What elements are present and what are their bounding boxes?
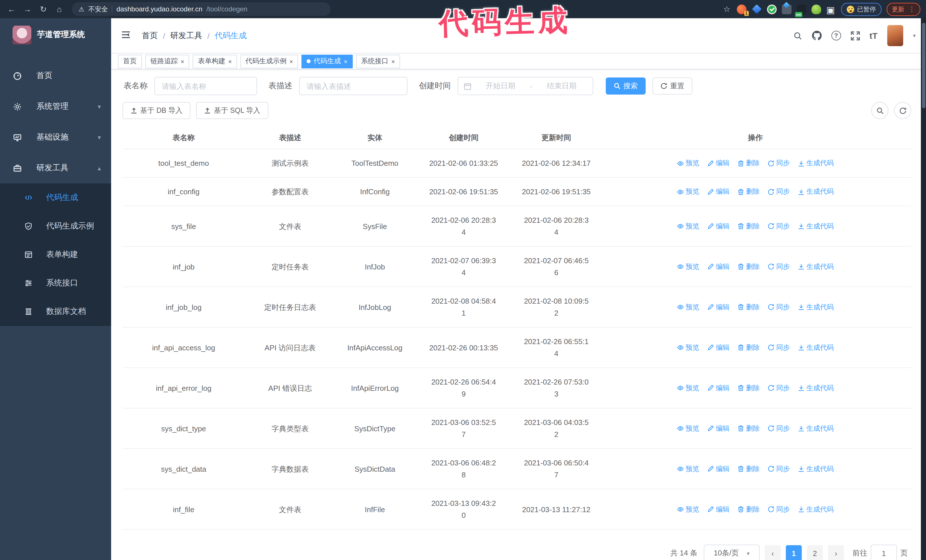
- preview-link[interactable]: 预览: [677, 261, 699, 273]
- browser-menu-icon[interactable]: ⋮: [908, 5, 915, 13]
- preview-link[interactable]: 预览: [677, 220, 699, 232]
- delete-link[interactable]: 删除: [737, 382, 760, 394]
- help-icon[interactable]: ?: [831, 31, 841, 41]
- preview-link[interactable]: 预览: [677, 382, 699, 394]
- edit-link[interactable]: 编辑: [707, 463, 729, 475]
- preview-link[interactable]: 预览: [677, 186, 699, 198]
- tag-close-icon[interactable]: ×: [344, 58, 348, 65]
- tag-close-icon[interactable]: ×: [289, 58, 293, 65]
- sidebar-item-home[interactable]: 首页: [0, 60, 111, 91]
- user-avatar[interactable]: [887, 25, 903, 46]
- breadcrumb-home[interactable]: 首页: [142, 30, 158, 41]
- generate-code-link[interactable]: 生成代码: [798, 503, 834, 515]
- extension-green-icon[interactable]: [811, 4, 821, 14]
- generate-code-link[interactable]: 生成代码: [798, 261, 834, 273]
- table-desc-input[interactable]: [306, 81, 401, 91]
- edit-link[interactable]: 编辑: [707, 341, 729, 353]
- browser-reload-icon[interactable]: ↻: [38, 0, 49, 18]
- table-name-input[interactable]: [161, 81, 251, 91]
- tag-item[interactable]: 代码生成示例 ×: [241, 54, 298, 68]
- toggle-search-button[interactable]: [871, 102, 888, 119]
- delete-link[interactable]: 删除: [737, 463, 760, 475]
- generate-code-link[interactable]: 生成代码: [798, 301, 834, 313]
- extension-check-icon[interactable]: [767, 4, 777, 14]
- edit-link[interactable]: 编辑: [707, 261, 729, 273]
- preview-link[interactable]: 预览: [677, 463, 699, 475]
- sync-link[interactable]: 同步: [767, 463, 790, 475]
- tag-close-icon[interactable]: ×: [228, 58, 232, 65]
- sync-link[interactable]: 同步: [767, 220, 790, 232]
- browser-home-icon[interactable]: ⌂: [54, 0, 65, 18]
- delete-link[interactable]: 删除: [737, 301, 760, 313]
- page-button-2[interactable]: 2: [807, 545, 823, 560]
- edit-link[interactable]: 编辑: [707, 423, 729, 435]
- generate-code-link[interactable]: 生成代码: [798, 463, 834, 475]
- tag-item[interactable]: 表单构建 ×: [193, 54, 237, 68]
- edit-link[interactable]: 编辑: [707, 382, 729, 394]
- app-logo-row[interactable]: 芋道管理系统: [0, 18, 111, 51]
- edit-link[interactable]: 编辑: [707, 157, 729, 169]
- tag-item[interactable]: 首页: [118, 54, 142, 68]
- sync-link[interactable]: 同步: [767, 341, 790, 353]
- delete-link[interactable]: 删除: [737, 186, 760, 198]
- address-bar[interactable]: ⚠ 不安全 dashboard.yudao.iocoder.cn/tool/co…: [72, 2, 330, 16]
- delete-link[interactable]: 删除: [737, 503, 760, 515]
- edit-link[interactable]: 编辑: [707, 301, 729, 313]
- sync-link[interactable]: 同步: [767, 382, 790, 394]
- preview-link[interactable]: 预览: [677, 423, 699, 435]
- delete-link[interactable]: 删除: [737, 423, 760, 435]
- avatar-caret-icon[interactable]: ▾: [913, 32, 916, 39]
- generate-code-link[interactable]: 生成代码: [798, 382, 834, 394]
- tag-item[interactable]: 代码生成 ×: [302, 54, 353, 68]
- delete-link[interactable]: 删除: [737, 220, 760, 232]
- sidebar-item-form-builder[interactable]: 表单构建: [0, 240, 111, 269]
- preview-link[interactable]: 预览: [677, 157, 699, 169]
- extension-orange-icon[interactable]: 1: [737, 4, 746, 14]
- extension-dark-icon[interactable]: on: [797, 4, 806, 14]
- sync-link[interactable]: 同步: [767, 157, 790, 169]
- sidebar-item-system-api[interactable]: 系统接口: [0, 269, 111, 297]
- edit-link[interactable]: 编辑: [707, 220, 729, 232]
- sync-link[interactable]: 同步: [767, 423, 790, 435]
- font-size-icon[interactable]: tT: [870, 31, 878, 41]
- scrollbar-thumb[interactable]: [922, 23, 925, 108]
- sync-link[interactable]: 同步: [767, 261, 790, 273]
- sidebar-item-devtools[interactable]: 研发工具 ▴: [0, 152, 111, 183]
- goto-page-input[interactable]: [871, 545, 897, 560]
- header-search-icon[interactable]: [793, 31, 802, 40]
- bookmark-star-icon[interactable]: ☆: [722, 4, 732, 14]
- breadcrumb-devtools[interactable]: 研发工具: [170, 30, 202, 41]
- sidebar-item-codegen[interactable]: 代码生成: [0, 183, 111, 212]
- preview-link[interactable]: 预览: [677, 503, 699, 515]
- delete-link[interactable]: 删除: [737, 157, 760, 169]
- delete-link[interactable]: 删除: [737, 341, 760, 353]
- preview-link[interactable]: 预览: [677, 341, 699, 353]
- import-db-button[interactable]: 基于 DB 导入: [123, 102, 191, 119]
- generate-code-link[interactable]: 生成代码: [798, 186, 834, 198]
- browser-back-icon[interactable]: ←: [6, 0, 17, 18]
- page-size-select[interactable]: 10条/页 ▾: [704, 545, 760, 560]
- sync-link[interactable]: 同步: [767, 503, 790, 515]
- tag-close-icon[interactable]: ×: [181, 58, 185, 65]
- tag-item[interactable]: 链路追踪 ×: [145, 54, 189, 68]
- hamburger-icon[interactable]: [118, 27, 134, 44]
- extension-gem-icon[interactable]: [752, 4, 762, 14]
- sidebar-item-codegen-demo[interactable]: 代码生成示例: [0, 212, 111, 240]
- import-sql-button[interactable]: 基于 SQL 导入: [196, 102, 268, 119]
- generate-code-link[interactable]: 生成代码: [798, 423, 834, 435]
- sidebar-item-system[interactable]: 系统管理 ▾: [0, 91, 111, 122]
- extension-grid-icon[interactable]: [782, 4, 791, 14]
- profile-paused-chip[interactable]: 已暂停: [841, 3, 882, 16]
- tag-close-icon[interactable]: ×: [392, 58, 395, 65]
- search-button[interactable]: 搜索: [606, 77, 646, 95]
- tag-item[interactable]: 系统接口 ×: [356, 54, 400, 68]
- delete-link[interactable]: 删除: [737, 261, 760, 273]
- edit-link[interactable]: 编辑: [707, 186, 729, 198]
- chrome-update-button[interactable]: 更新 ⋮: [887, 3, 920, 16]
- fullscreen-icon[interactable]: [851, 31, 860, 40]
- sync-link[interactable]: 同步: [767, 301, 790, 313]
- browser-scrollbar[interactable]: [921, 18, 926, 560]
- date-range-picker[interactable]: 开始日期 - 结束日期: [458, 77, 593, 95]
- sidebar-item-db-doc[interactable]: 数据库文档: [0, 297, 111, 326]
- refresh-table-button[interactable]: [894, 102, 911, 119]
